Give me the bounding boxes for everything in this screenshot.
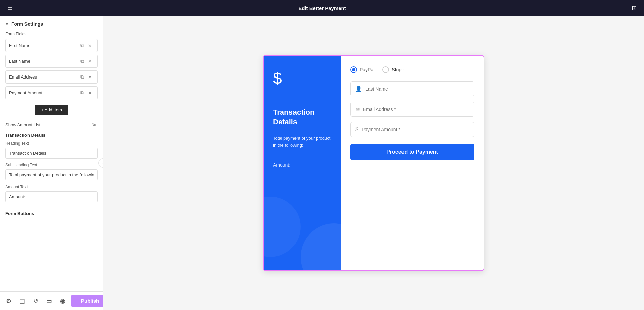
- form-fields-label: Form Fields: [5, 32, 98, 36]
- show-amount-toggle-row: Show Amount List No: [5, 122, 98, 128]
- field-row: First Name ⧉ ✕: [5, 39, 98, 52]
- transaction-details-title: Transaction Details: [5, 133, 98, 138]
- mail-icon: ✉: [355, 106, 360, 112]
- topbar: ☰ Edit Better Payment ⊞: [0, 0, 644, 16]
- email-address-field: ✉: [350, 102, 474, 117]
- card-left-panel: $ Transaction Details Total payment of y…: [264, 56, 341, 270]
- field-row: Payment Amount ⧉ ✕: [5, 86, 98, 99]
- remove-field-btn[interactable]: ✕: [86, 90, 94, 96]
- payment-card: $ Transaction Details Total payment of y…: [263, 55, 484, 271]
- remove-field-btn[interactable]: ✕: [86, 74, 94, 81]
- section-arrow: ▼: [5, 22, 9, 26]
- history-icon[interactable]: ↺: [31, 295, 40, 307]
- form-settings-label: Form Settings: [11, 21, 43, 27]
- transaction-details-heading: Transaction Details: [273, 108, 331, 127]
- toggle-no-label: No: [92, 123, 96, 127]
- payment-amount-input[interactable]: [362, 127, 469, 132]
- amount-label: Amount:: [273, 162, 331, 168]
- copy-field-btn[interactable]: ⧉: [78, 42, 86, 49]
- copy-field-btn[interactable]: ⧉: [78, 73, 86, 81]
- amount-text-label: Amount Text: [5, 185, 98, 189]
- amount-text-input[interactable]: [5, 191, 98, 202]
- field-name: First Name: [9, 43, 78, 48]
- preview-area: $ Transaction Details Total payment of y…: [103, 16, 644, 310]
- menu-icon[interactable]: ☰: [5, 2, 15, 14]
- main-layout: ▼ Form Settings Form Fields First Name ⧉…: [0, 16, 644, 310]
- grid-icon[interactable]: ⊞: [630, 2, 639, 14]
- field-row: Email Address ⧉ ✕: [5, 70, 98, 84]
- left-panel: ▼ Form Settings Form Fields First Name ⧉…: [0, 16, 103, 310]
- heading-text-label: Heading Text: [5, 141, 98, 146]
- field-name: Email Address: [9, 74, 78, 80]
- dollar-icon: $: [273, 69, 331, 88]
- eye-icon[interactable]: ◉: [58, 295, 67, 307]
- field-name: Last Name: [9, 59, 78, 64]
- sub-heading-text-input[interactable]: [5, 169, 98, 180]
- field-row: Last Name ⧉ ✕: [5, 55, 98, 68]
- stripe-option[interactable]: Stripe: [382, 66, 404, 73]
- card-right-panel: PayPal Stripe 👤 ✉: [341, 56, 484, 270]
- field-name: Payment Amount: [9, 90, 78, 95]
- remove-field-btn[interactable]: ✕: [86, 42, 94, 49]
- panel-scroll: ▼ Form Settings Form Fields First Name ⧉…: [0, 16, 103, 291]
- copy-field-btn[interactable]: ⧉: [78, 89, 86, 96]
- form-buttons-title: Form Buttons: [5, 211, 98, 216]
- form-settings-section: ▼ Form Settings: [5, 21, 98, 27]
- settings-icon[interactable]: ⚙: [4, 295, 13, 307]
- email-address-input[interactable]: [363, 107, 469, 112]
- device-icon[interactable]: ▭: [44, 295, 54, 307]
- publish-button[interactable]: Publish: [71, 295, 103, 307]
- remove-field-btn[interactable]: ✕: [86, 58, 94, 65]
- show-amount-label: Show Amount List: [5, 122, 40, 127]
- heading-text-input[interactable]: [5, 148, 98, 159]
- stripe-radio[interactable]: [382, 66, 389, 73]
- page-title: Edit Better Payment: [20, 5, 624, 11]
- transaction-description: Total payment of your product in the fol…: [273, 135, 331, 149]
- layers-icon[interactable]: ◫: [17, 295, 27, 307]
- user-icon: 👤: [355, 86, 362, 92]
- paypal-radio[interactable]: [350, 66, 357, 73]
- stripe-label: Stripe: [392, 67, 404, 72]
- bottom-bar: ⚙ ◫ ↺ ▭ ◉ Publish ∧: [0, 291, 103, 310]
- copy-field-btn[interactable]: ⧉: [78, 58, 86, 65]
- dollar-field-icon: $: [355, 126, 358, 133]
- last-name-field: 👤: [350, 81, 474, 96]
- sub-heading-text-label: Sub Heading Text: [5, 163, 98, 167]
- paypal-label: PayPal: [360, 67, 374, 72]
- last-name-input[interactable]: [365, 86, 469, 92]
- payment-amount-field: $: [350, 122, 474, 137]
- payment-methods: PayPal Stripe: [350, 66, 474, 73]
- proceed-to-payment-button[interactable]: Proceed to Payment: [350, 144, 474, 160]
- add-item-button[interactable]: + Add Item: [35, 105, 68, 115]
- paypal-option[interactable]: PayPal: [350, 66, 374, 73]
